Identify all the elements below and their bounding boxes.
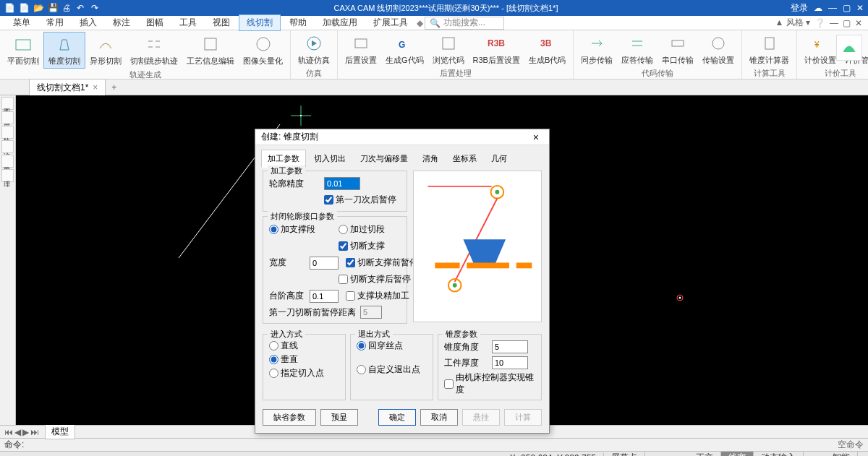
default-button[interactable]: 缺省参数 (263, 409, 316, 426)
rbtn-txset[interactable]: 传输设置 (698, 32, 739, 67)
enter-point-radio[interactable] (269, 369, 278, 378)
tool-1[interactable]: 图 (1, 97, 14, 110)
status-lw[interactable]: 线宽 (721, 452, 754, 456)
dtab-offset[interactable]: 刀次与偏移量 (354, 150, 414, 168)
overcut-radio[interactable] (339, 225, 348, 234)
enter-line-radio[interactable] (269, 341, 278, 350)
step-input[interactable] (310, 290, 339, 303)
enter-perp-radio[interactable] (269, 355, 278, 364)
dialog-titlebar[interactable]: 创建: 锥度切割 × (255, 129, 549, 145)
group-taper: 锥度参数 锥度角度 工件厚度 由机床控制器实现锥度 (438, 334, 542, 400)
pause-before-check[interactable] (346, 258, 355, 267)
statusbar: X:-252.624, Y:289.755 屏幕点 正交 线宽 动态输入 智能 … (0, 451, 868, 456)
rbtn-jump[interactable]: 切割跳步轨迹 (126, 32, 182, 69)
pause-check[interactable] (324, 195, 333, 205)
cut-support-check[interactable] (339, 241, 348, 251)
style-link[interactable]: ▲ 风格 ▾ (775, 17, 810, 29)
controller-check[interactable] (444, 379, 454, 389)
status-dyn[interactable]: 动态输入 (754, 452, 804, 456)
rbtn-calc[interactable]: 锥度计算器 (745, 32, 793, 67)
menu-ext[interactable]: 扩展工具 (366, 15, 415, 30)
model-tab[interactable]: 模型 (45, 424, 75, 439)
maximize-icon[interactable]: ▢ (843, 3, 851, 13)
menu-view[interactable]: 视图 (205, 15, 237, 30)
undo-icon[interactable]: ↶ (77, 3, 87, 13)
command-bar[interactable]: 命令: 空命令 (0, 438, 868, 451)
help-icon[interactable]: ❔ (814, 18, 825, 28)
new-icon[interactable]: 📄 (19, 3, 29, 13)
tool-2[interactable]: 层 (1, 111, 14, 124)
status-smart[interactable]: 智能 (825, 452, 858, 456)
svg-text:3B: 3B (540, 38, 552, 48)
tab-close-icon[interactable]: × (93, 82, 98, 93)
svg-rect-19 (300, 115, 302, 116)
width-input[interactable] (310, 257, 339, 270)
close-icon[interactable]: ✕ (856, 3, 864, 13)
tool-4[interactable]: 迹 (1, 140, 14, 153)
status-screen[interactable]: 屏幕点 (604, 452, 645, 456)
tool-6[interactable]: 理 (1, 169, 14, 182)
menu-insert[interactable]: 插入 (72, 15, 104, 30)
win-close-icon[interactable]: ✕ (855, 18, 862, 28)
win-max-icon[interactable]: ▢ (843, 18, 851, 28)
menu-main[interactable]: 菜单 (6, 15, 38, 30)
search-box[interactable]: 🔍功能搜索... (425, 17, 504, 30)
dtab-coord[interactable]: 坐标系 (446, 150, 483, 168)
hang-button: 悬挂 (462, 409, 500, 426)
login-link[interactable]: 登录 (791, 2, 808, 14)
rbtn-sim[interactable]: 轨迹仿真 (294, 32, 334, 67)
pause-after-check[interactable] (339, 275, 348, 284)
cancel-button[interactable]: 取消 (420, 409, 458, 426)
win-min-icon[interactable]: — (830, 18, 838, 28)
rbtn-price-set[interactable]: ¥计价设置 (800, 32, 841, 67)
rbtn-ack[interactable]: 应答传输 (617, 32, 658, 67)
support-radio[interactable] (269, 225, 278, 234)
precision-input[interactable] (324, 177, 360, 190)
minimize-icon[interactable]: — (828, 3, 837, 13)
rbtn-profile[interactable]: 异形切割 (85, 32, 126, 69)
menu-load[interactable]: 加载应用 (315, 15, 365, 30)
doc-tab[interactable]: 线切割文档1*× (29, 79, 106, 96)
rbtn-plane[interactable]: 平面切割 (3, 32, 43, 69)
rbtn-r3b[interactable]: R3BR3B后置设置 (469, 32, 524, 67)
svg-marker-1 (60, 40, 69, 50)
svg-rect-2 (205, 38, 216, 50)
menu-wire[interactable]: 线切割 (239, 14, 281, 31)
thickness-input[interactable] (492, 356, 528, 369)
status-ortho[interactable]: 正交 (689, 452, 721, 456)
dialog-tabs: 加工参数 切入切出 刀次与偏移量 清角 坐标系 几何 (255, 145, 549, 168)
redo-icon[interactable]: ↷ (91, 3, 101, 13)
open-icon[interactable]: 📂 (33, 3, 43, 13)
rbtn-browse[interactable]: 浏览代码 (428, 32, 469, 67)
ok-button[interactable]: 确定 (378, 409, 416, 426)
angle-input[interactable] (492, 340, 528, 353)
rbtn-serial[interactable]: 串口传输 (658, 32, 698, 67)
rbtn-post[interactable]: 后置设置 (341, 32, 381, 67)
dialog-close-icon[interactable]: × (529, 132, 543, 143)
tab-add[interactable]: + (106, 80, 122, 95)
rbtn-bcode[interactable]: 3B生成B代码 (524, 32, 570, 67)
menu-sheet[interactable]: 图幅 (139, 15, 171, 30)
group-exit: 退出方式 回穿丝点 自定义退出点 (350, 334, 433, 400)
menu-dim[interactable]: 标注 (106, 15, 137, 30)
preview-button[interactable]: 预显 (320, 409, 358, 426)
menu-tools[interactable]: 工具 (172, 15, 204, 30)
print-icon[interactable]: 🖨 (62, 3, 72, 13)
dtab-geom[interactable]: 几何 (485, 150, 514, 168)
rbtn-tech[interactable]: 工艺信息编辑 (182, 32, 239, 69)
rbtn-gcode[interactable]: G生成G代码 (381, 32, 428, 67)
tool-5[interactable]: 管 (1, 155, 14, 168)
rbtn-taper[interactable]: 锥度切割 (43, 32, 85, 69)
tool-3[interactable]: 轨 (1, 126, 14, 139)
menu-common[interactable]: 常用 (39, 15, 71, 30)
rbtn-vector[interactable]: 图像矢量化 (239, 32, 287, 69)
exit-custom-radio[interactable] (357, 365, 366, 374)
finish-check[interactable] (346, 291, 355, 301)
dtab-inout[interactable]: 切入切出 (307, 150, 352, 168)
save-icon[interactable]: 💾 (48, 3, 58, 13)
cloud-icon[interactable]: ☁ (814, 3, 822, 13)
rbtn-sync[interactable]: 同步传输 (576, 32, 617, 67)
dtab-corner[interactable]: 清角 (416, 150, 445, 168)
menu-help[interactable]: 帮助 (282, 15, 314, 30)
exit-return-radio[interactable] (357, 341, 366, 350)
